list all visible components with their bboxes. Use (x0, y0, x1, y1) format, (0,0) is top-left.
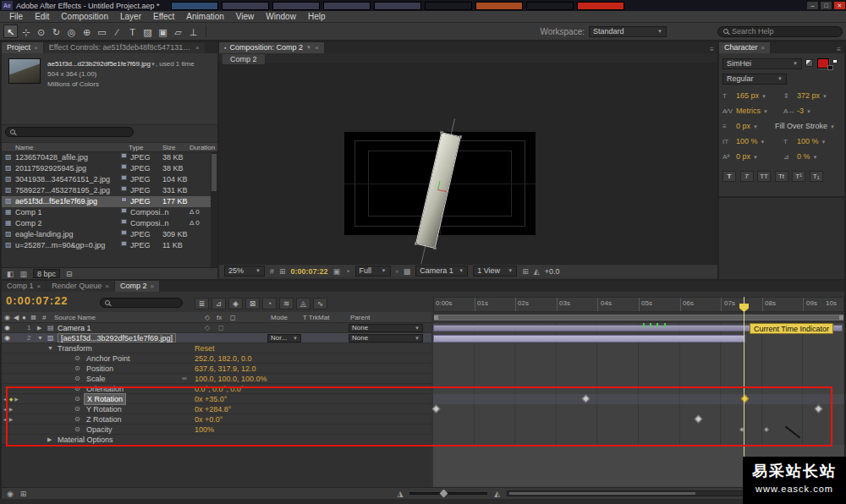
property-label[interactable]: Position (86, 364, 113, 374)
eyedropper-icon[interactable] (805, 59, 813, 67)
font-size-control[interactable]: T165 px▼ (722, 91, 766, 100)
property-label[interactable]: Material Options (58, 435, 113, 445)
font-family-select[interactable]: SimHei▼ (722, 58, 802, 69)
taskbar-item[interactable] (374, 2, 421, 10)
baseline-shift-control[interactable]: Aª0 px▼ (722, 152, 758, 161)
work-area-bar[interactable] (434, 315, 843, 320)
tab-project[interactable]: Project× (2, 42, 43, 53)
scrollbar-thumb[interactable] (212, 154, 217, 191)
expand-layers-icon[interactable]: ◉ (7, 490, 14, 498)
property-value[interactable]: 0.0°, 0.0°, 0.0° (195, 384, 244, 394)
zoom-in-icon[interactable]: ◭ (494, 490, 500, 498)
menu-composition[interactable]: Composition (55, 11, 114, 23)
trkmat-column[interactable]: T TrkMat (303, 314, 329, 321)
close-icon[interactable]: × (37, 281, 41, 292)
tab-composition-comp2[interactable]: ▪ Composition: Comp 2 ▼ × (219, 42, 324, 53)
stopwatch-icon[interactable]: ⊙ (74, 425, 80, 435)
tab-character[interactable]: Character× (719, 42, 770, 53)
taskbar-item[interactable] (222, 2, 269, 10)
menu-edit[interactable]: Edit (29, 11, 55, 23)
vertical-scale-control[interactable]: IT100 %▼ (722, 137, 765, 145)
project-row[interactable]: ▦ Comp 2 Composi..n Δ 0 (2, 218, 211, 229)
help-search[interactable] (717, 26, 843, 37)
close-icon[interactable]: × (34, 42, 38, 53)
current-time-display[interactable]: 0:00:07:22 (6, 294, 69, 307)
type-tool[interactable]: T (125, 25, 140, 38)
property-row-opacity[interactable]: ⊙ Opacity 100% (2, 425, 431, 435)
twirl-icon[interactable]: ▶ (47, 435, 52, 445)
property-value[interactable]: 252.0, 182.0, 0.0 (195, 353, 252, 364)
small-caps-button[interactable]: Tt (775, 171, 788, 182)
switch-icon[interactable]: ◻ (218, 323, 224, 333)
font-style-select[interactable]: Regular▼ (722, 74, 787, 85)
new-folder-icon[interactable]: ▥ (20, 270, 28, 278)
menu-effect[interactable]: Effect (147, 11, 180, 23)
exposure-value[interactable]: +0.0 (545, 267, 560, 276)
frame-blend-button[interactable]: ⊠ (245, 298, 260, 310)
switch-icon[interactable]: ◇ (205, 323, 210, 333)
property-group-transform[interactable]: ▼ Transform Reset (2, 343, 431, 353)
keyframe-opacity[interactable] (764, 427, 769, 432)
close-icon[interactable]: × (315, 42, 319, 53)
shape-tool[interactable]: ▭ (95, 25, 109, 38)
timeline-search-input[interactable] (113, 299, 178, 307)
eye-icon[interactable]: ◉ (4, 323, 10, 333)
bit-depth-button[interactable]: 8 bpc (33, 269, 60, 278)
close-icon[interactable]: × (105, 281, 109, 292)
timeline-track-area[interactable] (433, 323, 844, 445)
layer-handle[interactable] (433, 247, 437, 250)
property-value[interactable]: 100.0, 100.0, 100.0% (195, 374, 267, 384)
tab-comp2[interactable]: Comp 2× (115, 281, 159, 292)
maximize-button[interactable]: □ (820, 1, 832, 10)
panel-menu-icon[interactable]: ≡ (833, 46, 844, 53)
label-chip[interactable] (121, 186, 127, 191)
layer-handle[interactable] (459, 135, 463, 139)
label-chip[interactable] (121, 175, 127, 180)
stroke-width-control[interactable]: ≡0 px▼ (722, 122, 758, 130)
stopwatch-icon[interactable]: ⊙ (74, 384, 80, 394)
comp-timecode[interactable]: 0:00:07:22 (291, 267, 328, 276)
superscript-button[interactable]: T¹ (792, 171, 805, 182)
time-ruler[interactable]: 0:00s 01s 02s 03s 04s 05s 06s 07s 08s 09… (433, 297, 844, 312)
all-caps-button[interactable]: TT (757, 171, 771, 182)
scrollbar-thumb[interactable] (509, 492, 695, 495)
layer-row-camera[interactable]: ◉ 1 ▶ ▤ Camera 1 ◇ ◻ None▼ (2, 323, 431, 333)
zoom-out-icon[interactable]: ◮ (397, 490, 403, 498)
taskbar-item[interactable] (272, 2, 320, 10)
property-row-y-rotation[interactable]: ◀▶ ⊙ Y Rotation 0x +284.8° (2, 404, 431, 414)
work-area-start-handle[interactable] (434, 315, 438, 320)
taskbar-item[interactable] (577, 2, 624, 10)
menu-animation[interactable]: Animation (180, 11, 229, 23)
view-layout-select[interactable]: 1 View▼ (473, 266, 517, 277)
faux-italic-button[interactable]: T (740, 171, 754, 182)
taskbar-item[interactable] (323, 2, 371, 10)
property-row-x-rotation[interactable]: ◀◆▶ ⊙ X Rotation 0x +35.0° (2, 394, 431, 404)
trash-icon[interactable]: ⊟ (66, 270, 73, 278)
zoom-slider-thumb[interactable] (440, 490, 448, 498)
close-icon[interactable]: × (150, 281, 154, 292)
menu-file[interactable]: File (3, 11, 29, 23)
composition-viewer[interactable] (219, 64, 717, 264)
show-channel-icon[interactable]: ◔ (345, 267, 349, 276)
project-search[interactable] (5, 127, 134, 137)
layer-name[interactable]: [ae51f3d...3b292df5e1fe7f69.jpg] (58, 333, 176, 342)
column-type[interactable]: Type (129, 144, 143, 151)
taskbar-item[interactable] (475, 2, 523, 10)
property-value[interactable]: 0x +35.0° (195, 394, 227, 404)
hide-shy-button[interactable]: ◈ (228, 298, 243, 310)
property-label[interactable]: Anchor Point (86, 353, 130, 364)
camera-select[interactable]: Camera 1▼ (415, 266, 468, 277)
brainstorm-button[interactable]: ≋ (279, 298, 294, 310)
property-row-anchor-point[interactable]: ⊙ Anchor Point 252.0, 182.0, 0.0 (2, 353, 431, 364)
taskbar-item[interactable] (526, 2, 574, 10)
work-area-end-handle[interactable] (839, 315, 843, 320)
kerning-control[interactable]: A∕VMetrics▼ (722, 107, 768, 115)
label-chip[interactable] (121, 219, 127, 224)
parent-column[interactable]: Parent (350, 314, 371, 321)
project-row[interactable]: ▨ 1236570428_afile.jpg JPEG 38 KB (2, 152, 211, 163)
resolution-select[interactable]: Full▼ (355, 266, 391, 277)
grid-icon[interactable]: ⊞ (279, 267, 286, 276)
column-name[interactable]: Name (15, 144, 33, 151)
reset-link[interactable]: Reset (195, 343, 215, 353)
layer-handle[interactable] (415, 242, 418, 245)
